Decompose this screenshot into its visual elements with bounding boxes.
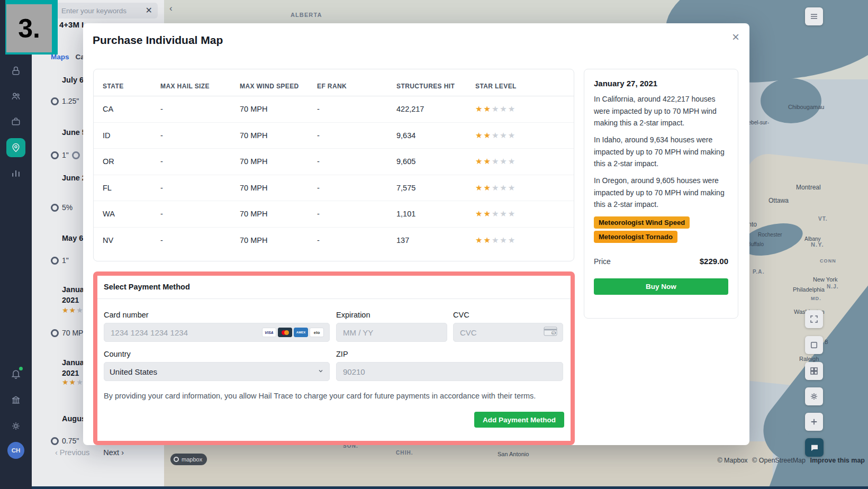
cvc-card-icon: 123 xyxy=(544,327,557,338)
summary-paragraph: In California, around 422,217 houses wer… xyxy=(594,93,728,129)
table-cell: OR xyxy=(103,157,160,166)
column-header: STRUCTURES HIT xyxy=(396,83,475,90)
payment-section-highlight: Select Payment Method Card number Expira… xyxy=(93,271,575,445)
star-icon: ★ xyxy=(500,157,507,166)
table-row: ID-70 MPH-9,634★★★★★ xyxy=(94,123,574,149)
payment-heading: Select Payment Method xyxy=(104,283,190,291)
star-rating: ★★★★★ xyxy=(475,131,565,140)
zip-input[interactable] xyxy=(342,367,557,377)
summary-card: January 27, 2021 In California, around 4… xyxy=(584,69,738,319)
step-number: 3. xyxy=(18,15,40,42)
card-number-input[interactable] xyxy=(110,328,262,338)
table-cell: - xyxy=(160,184,240,192)
star-icon: ★ xyxy=(483,236,490,245)
table-cell: WA xyxy=(103,210,160,218)
star-icon: ★ xyxy=(492,104,499,114)
star-icon: ★ xyxy=(508,236,515,245)
payment-terms-text: By providing your card information, you … xyxy=(104,392,562,400)
purchase-map-modal: Purchase Individual Map × STATE MAX HAIL… xyxy=(83,23,749,445)
star-icon: ★ xyxy=(475,104,482,114)
table-header-row: STATE MAX HAIL SIZE MAX WIND SPEED EF RA… xyxy=(94,77,574,96)
star-icon: ★ xyxy=(492,131,499,140)
summary-paragraphs: In California, around 422,217 houses wer… xyxy=(594,93,728,211)
table-row: OR-70 MPH-9,605★★★★★ xyxy=(94,149,574,175)
expiration-input[interactable] xyxy=(342,328,441,338)
summary-paragraph: In Oregon, around 9,605 houses were impa… xyxy=(594,175,728,211)
table-row: CA-70 MPH-422,217★★★★★ xyxy=(94,96,574,123)
star-icon: ★ xyxy=(483,104,490,114)
table-cell: - xyxy=(160,236,240,245)
chevron-down-icon xyxy=(318,367,324,376)
table-row: FL-70 MPH-7,575★★★★★ xyxy=(94,175,574,202)
table-cell: 9,605 xyxy=(396,157,475,166)
table-cell: CA xyxy=(103,105,160,113)
zip-field[interactable] xyxy=(336,362,563,381)
country-select[interactable]: United States xyxy=(104,362,330,381)
star-icon: ★ xyxy=(500,236,507,245)
cvc-input[interactable] xyxy=(459,328,544,338)
svg-text:123: 123 xyxy=(551,331,556,334)
summary-badges: Meteorologist Wind SpeedMeteorologist To… xyxy=(594,215,728,244)
table-cell: - xyxy=(160,210,240,218)
star-icon: ★ xyxy=(500,104,507,114)
expiration-label: Expiration xyxy=(336,311,370,319)
card-number-field[interactable]: VISAAMEXelo xyxy=(104,323,330,342)
star-icon: ★ xyxy=(508,209,515,219)
table-cell: 70 MPH xyxy=(240,157,317,166)
table-cell: FL xyxy=(103,184,160,192)
table-cell: NV xyxy=(103,236,160,245)
price-value: $229.00 xyxy=(700,257,728,266)
star-icon: ★ xyxy=(475,157,482,166)
star-icon: ★ xyxy=(475,236,482,245)
impact-table-body: CA-70 MPH-422,217★★★★★ID-70 MPH-9,634★★★… xyxy=(94,96,574,253)
zip-label: ZIP xyxy=(336,350,348,358)
app-screen: ALBERTAChibougamauLebel-sur-MontrealOtta… xyxy=(0,0,868,489)
meteorologist-badge: Meteorologist Wind Speed xyxy=(594,216,690,229)
column-header: EF RANK xyxy=(317,83,396,90)
mastercard-icon xyxy=(278,328,292,337)
meteorologist-badge: Meteorologist Tornado xyxy=(594,231,677,243)
elo-icon: elo xyxy=(310,328,324,337)
cvc-label: CVC xyxy=(453,311,469,319)
star-icon: ★ xyxy=(475,183,482,193)
star-icon: ★ xyxy=(492,183,499,193)
star-icon: ★ xyxy=(508,157,515,166)
price-label: Price xyxy=(594,257,611,266)
modal-title: Purchase Individual Map xyxy=(93,34,223,47)
table-cell: - xyxy=(317,236,396,245)
star-icon: ★ xyxy=(500,183,507,193)
divider xyxy=(97,298,571,299)
table-cell: 70 MPH xyxy=(240,131,317,140)
buy-now-button[interactable]: Buy Now xyxy=(594,278,728,295)
add-payment-method-button[interactable]: Add Payment Method xyxy=(474,412,564,428)
star-icon: ★ xyxy=(508,104,515,114)
column-header: STAR LEVEL xyxy=(475,83,565,90)
country-value: United States xyxy=(110,367,318,376)
star-icon: ★ xyxy=(483,209,490,219)
star-icon: ★ xyxy=(492,236,499,245)
star-rating: ★★★★★ xyxy=(475,236,565,245)
event-date: January 27, 2021 xyxy=(594,79,728,88)
impact-table-card: STATE MAX HAIL SIZE MAX WIND SPEED EF RA… xyxy=(93,69,574,261)
star-rating: ★★★★★ xyxy=(475,209,565,219)
star-icon: ★ xyxy=(483,157,490,166)
star-icon: ★ xyxy=(508,131,515,140)
table-cell: ID xyxy=(103,131,160,140)
star-icon: ★ xyxy=(500,209,507,219)
table-cell: - xyxy=(160,105,240,113)
table-cell: - xyxy=(160,131,240,140)
table-cell: 1,101 xyxy=(396,210,475,218)
cvc-field[interactable]: 123 xyxy=(453,323,563,342)
star-rating: ★★★★★ xyxy=(475,183,565,193)
expiration-field[interactable] xyxy=(336,323,447,342)
table-cell: - xyxy=(160,157,240,166)
amex-icon: AMEX xyxy=(294,328,308,337)
table-cell: - xyxy=(317,131,396,140)
table-cell: 7,575 xyxy=(396,184,475,192)
close-icon[interactable]: × xyxy=(732,30,739,44)
star-icon: ★ xyxy=(508,183,515,193)
step-annotation-box: 3. xyxy=(6,4,52,52)
star-icon: ★ xyxy=(475,209,482,219)
column-header: STATE xyxy=(103,83,160,90)
star-icon: ★ xyxy=(483,131,490,140)
